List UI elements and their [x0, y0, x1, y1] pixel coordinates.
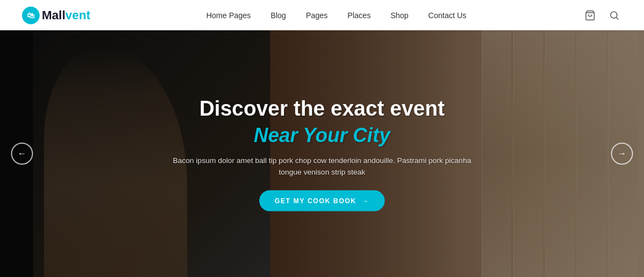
- nav-shop[interactable]: Shop: [390, 11, 408, 20]
- logo[interactable]: 🛍 Mallvent: [22, 7, 90, 24]
- logo-text: Mallvent: [42, 8, 90, 23]
- arrow-left-icon: ←: [18, 149, 26, 159]
- arrow-right-icon: →: [618, 149, 626, 159]
- cart-icon[interactable]: [582, 8, 598, 23]
- search-icon[interactable]: [607, 8, 622, 23]
- logo-vent: vent: [66, 8, 90, 22]
- svg-line-2: [616, 17, 619, 19]
- site-header: 🛍 Mallvent Home Pages Blog Pages Places …: [0, 0, 644, 30]
- cta-label: GET MY COOK BOOK: [275, 197, 356, 204]
- hero-content: Discover the exact event Near Your City …: [168, 96, 476, 211]
- nav-home-pages[interactable]: Home Pages: [206, 11, 251, 20]
- hero-description: Bacon ipsum dolor amet ball tip pork cho…: [168, 154, 476, 178]
- hero-section: ← Discover the exact event Near Your Cit…: [0, 30, 644, 277]
- header-icons: [582, 8, 622, 23]
- nav-pages[interactable]: Pages: [306, 11, 328, 20]
- hero-title: Discover the exact event: [168, 96, 476, 122]
- cta-button[interactable]: GET MY COOK BOOK →: [259, 190, 385, 211]
- nav-contact-us[interactable]: Contact Us: [428, 11, 466, 20]
- nav-places[interactable]: Places: [347, 11, 370, 20]
- nav-blog[interactable]: Blog: [271, 11, 286, 20]
- logo-mall: Mall: [42, 8, 66, 22]
- next-slide-button[interactable]: →: [611, 143, 633, 165]
- cta-arrow-icon: →: [362, 197, 369, 204]
- prev-slide-button[interactable]: ←: [11, 143, 33, 165]
- svg-point-1: [610, 12, 617, 18]
- main-nav: Home Pages Blog Pages Places Shop Contac…: [206, 11, 467, 20]
- logo-icon: 🛍: [22, 7, 40, 24]
- hero-subtitle: Near Your City: [168, 123, 476, 146]
